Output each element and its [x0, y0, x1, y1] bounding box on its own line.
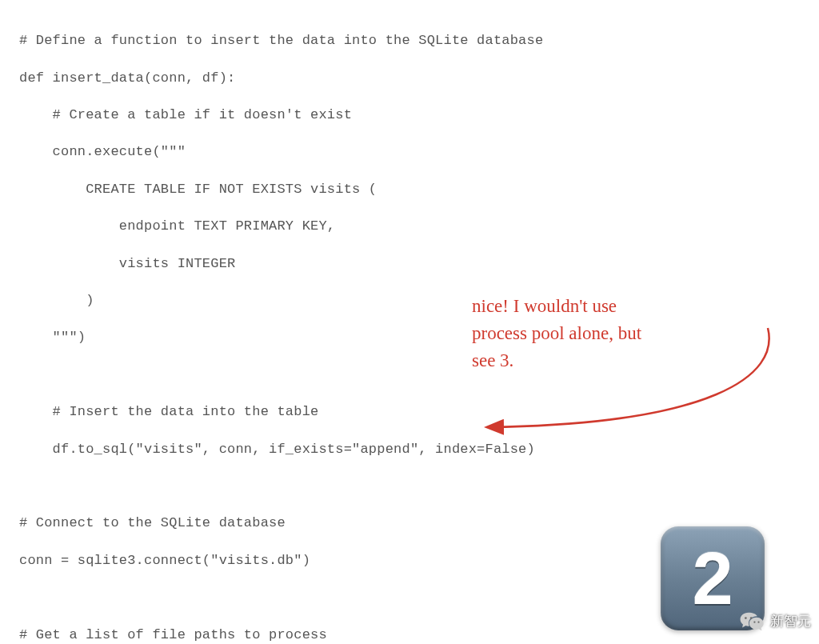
svg-point-4 — [757, 622, 759, 623]
annotation-line-1: nice! I wouldn't use — [472, 293, 641, 320]
code-line: conn.execute(""" — [19, 142, 800, 161]
code-line: # Insert the data into the table — [19, 402, 800, 421]
watermark: 新智元 — [735, 606, 819, 636]
code-line: # Create a table if it doesn't exist — [19, 106, 800, 124]
code-line — [19, 477, 800, 495]
svg-point-1 — [745, 617, 747, 619]
annotation-line-3: see 3. — [472, 347, 641, 374]
code-line: visits INTEGER — [19, 254, 800, 273]
code-line: # Define a function to insert the data i… — [19, 31, 800, 50]
handwritten-annotation: nice! I wouldn't use process pool alone,… — [472, 293, 641, 374]
wechat-icon — [738, 607, 765, 634]
svg-point-3 — [753, 622, 755, 623]
step-badge-number: 2 — [692, 537, 733, 621]
code-line: ) — [19, 291, 800, 310]
code-line: df.to_sql("visits", conn, if_exists="app… — [19, 440, 800, 458]
annotation-line-2: process pool alone, but — [472, 320, 641, 347]
code-line: endpoint TEXT PRIMARY KEY, — [19, 217, 800, 235]
code-line — [19, 366, 800, 384]
code-line: """) — [19, 328, 800, 346]
watermark-text: 新智元 — [770, 612, 811, 630]
code-line: CREATE TABLE IF NOT EXISTS visits ( — [19, 180, 800, 198]
code-line: def insert_data(conn, df): — [19, 69, 800, 87]
